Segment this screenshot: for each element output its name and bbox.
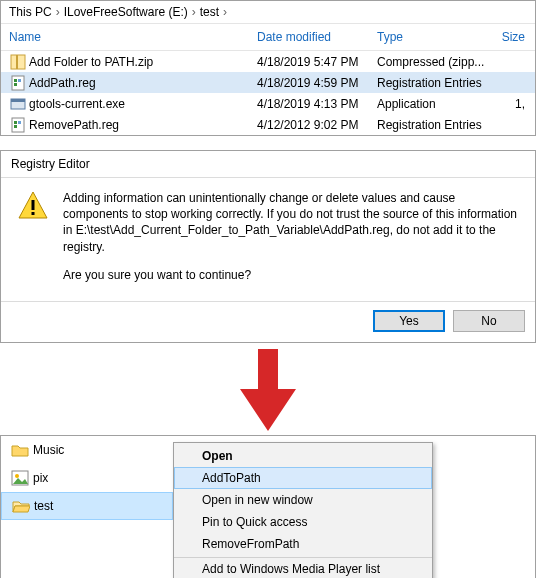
- context-menu-item[interactable]: AddToPath: [174, 467, 432, 489]
- reg-icon: [9, 75, 27, 91]
- svg-rect-7: [11, 99, 25, 102]
- context-menu-item[interactable]: RemoveFromPath: [174, 533, 432, 555]
- file-type: Compressed (zipp...: [377, 55, 489, 69]
- column-header-date[interactable]: Date modified: [257, 30, 377, 44]
- svg-rect-1: [16, 55, 18, 69]
- dialog-title: Registry Editor: [1, 151, 535, 178]
- context-menu-item[interactable]: Open in new window: [174, 489, 432, 511]
- folder-name: pix: [33, 471, 163, 485]
- column-header-size[interactable]: Size: [489, 30, 525, 44]
- folder-row[interactable]: pix: [1, 464, 173, 492]
- explorer-panel: This PC › ILoveFreeSoftware (E:) › test …: [0, 0, 536, 136]
- context-menu-item[interactable]: Open: [174, 445, 432, 467]
- file-name: RemovePath.reg: [27, 118, 257, 132]
- breadcrumb-seg-folder[interactable]: test: [200, 5, 219, 19]
- file-size: 1,: [489, 97, 525, 111]
- file-row[interactable]: gtools-current.exe4/18/2019 4:13 PMAppli…: [1, 93, 535, 114]
- dialog-body-text: Adding information can unintentionally c…: [63, 190, 519, 255]
- column-header-name[interactable]: Name: [9, 30, 257, 44]
- svg-rect-8: [12, 118, 24, 132]
- folder-row[interactable]: test: [1, 492, 173, 520]
- breadcrumb[interactable]: This PC › ILoveFreeSoftware (E:) › test …: [1, 1, 535, 24]
- svg-rect-2: [12, 76, 24, 90]
- zip-icon: [9, 54, 27, 70]
- breadcrumb-seg-drive[interactable]: ILoveFreeSoftware (E:): [64, 5, 188, 19]
- context-menu-item[interactable]: Add to Windows Media Player list: [174, 557, 432, 578]
- file-date: 4/12/2012 9:02 PM: [257, 118, 377, 132]
- yes-button[interactable]: Yes: [373, 310, 445, 332]
- file-date: 4/18/2019 5:47 PM: [257, 55, 377, 69]
- folder-name: test: [34, 499, 162, 513]
- folder-icon: [11, 442, 33, 458]
- chevron-right-icon: ›: [192, 5, 196, 19]
- file-name: gtools-current.exe: [27, 97, 257, 111]
- file-date: 4/18/2019 4:13 PM: [257, 97, 377, 111]
- file-list: Add Folder to PATH.zip4/18/2019 5:47 PMC…: [1, 51, 535, 135]
- explorer-bottom-panel: Musicpixtest OpenAddToPathOpen in new wi…: [0, 435, 536, 578]
- chevron-right-icon: ›: [56, 5, 60, 19]
- no-button[interactable]: No: [453, 310, 525, 332]
- red-arrow: [0, 343, 536, 431]
- registry-editor-dialog: Registry Editor Adding information can u…: [0, 150, 536, 343]
- file-row[interactable]: Add Folder to PATH.zip4/18/2019 5:47 PMC…: [1, 51, 535, 72]
- file-type: Application: [377, 97, 489, 111]
- column-header-type[interactable]: Type: [377, 30, 489, 44]
- svg-rect-4: [14, 83, 17, 86]
- file-row[interactable]: RemovePath.reg4/12/2012 9:02 PMRegistrat…: [1, 114, 535, 135]
- svg-point-16: [15, 474, 19, 478]
- svg-rect-3: [14, 79, 17, 82]
- column-headers: Name Date modified Type Size: [1, 24, 535, 51]
- file-type: Registration Entries: [377, 76, 489, 90]
- file-type: Registration Entries: [377, 118, 489, 132]
- warning-icon: [17, 190, 49, 222]
- svg-rect-13: [32, 200, 35, 210]
- file-date: 4/18/2019 4:59 PM: [257, 76, 377, 90]
- exe-icon: [9, 96, 27, 112]
- svg-rect-5: [18, 79, 21, 82]
- image-icon: [11, 470, 33, 486]
- context-menu[interactable]: OpenAddToPathOpen in new windowPin to Qu…: [173, 442, 433, 578]
- file-row[interactable]: AddPath.reg4/18/2019 4:59 PMRegistration…: [1, 72, 535, 93]
- file-name: AddPath.reg: [27, 76, 257, 90]
- chevron-right-icon: ›: [223, 5, 227, 19]
- svg-rect-10: [14, 125, 17, 128]
- reg-icon: [9, 117, 27, 133]
- breadcrumb-seg-thispc[interactable]: This PC: [9, 5, 52, 19]
- context-menu-item[interactable]: Pin to Quick access: [174, 511, 432, 533]
- dialog-confirm-text: Are you sure you want to continue?: [63, 267, 519, 283]
- svg-rect-14: [32, 212, 35, 215]
- file-name: Add Folder to PATH.zip: [27, 55, 257, 69]
- folder-list: Musicpixtest: [1, 436, 173, 578]
- svg-rect-11: [18, 121, 21, 124]
- folder-name: Music: [33, 443, 163, 457]
- svg-rect-9: [14, 121, 17, 124]
- folder-row[interactable]: Music: [1, 436, 173, 464]
- folder-open-icon: [12, 498, 34, 514]
